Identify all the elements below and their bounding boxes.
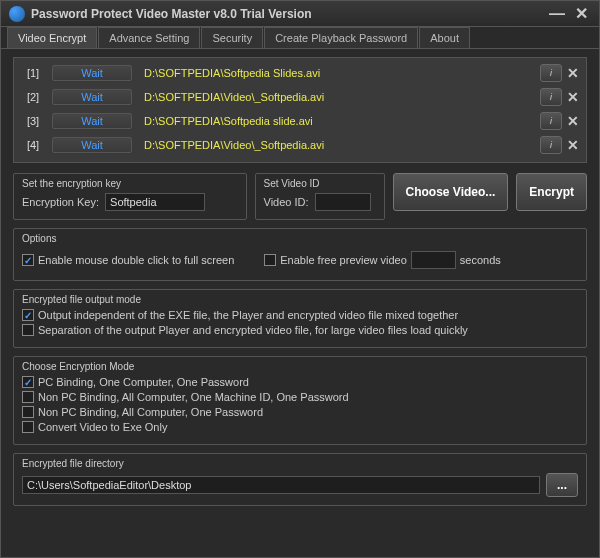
output-separate-label: Separation of the output Player and encr… [38,324,468,336]
tab-security[interactable]: Security [201,27,263,48]
file-status: Wait [52,65,132,81]
fullscreen-checkbox[interactable] [22,254,34,266]
file-status: Wait [52,113,132,129]
file-status: Wait [52,89,132,105]
file-row: [4] Wait D:\SOFTPEDIA\Video\_Softpedia.a… [18,134,582,156]
app-window: Password Protect Video Master v8.0 Trial… [0,0,600,558]
file-row: [1] Wait D:\SOFTPEDIA\Softpedia Slides.a… [18,62,582,84]
file-path: D:\SOFTPEDIA\Video\_Softpedia.avi [136,139,537,151]
output-dir-section: Encrypted file directory ... [13,453,587,506]
close-button[interactable]: ✕ [571,4,591,24]
file-status: Wait [52,137,132,153]
file-info-button[interactable]: i [540,64,562,82]
output-separate-checkbox[interactable] [22,324,34,336]
browse-dir-button[interactable]: ... [546,473,578,497]
file-remove-button[interactable]: ✕ [564,136,582,154]
mode-non-pc-password-checkbox[interactable] [22,406,34,418]
file-path: D:\SOFTPEDIA\Softpedia Slides.avi [136,67,537,79]
preview-seconds-input[interactable] [411,251,456,269]
preview-label: Enable free preview video [280,254,407,266]
titlebar: Password Protect Video Master v8.0 Trial… [1,1,599,27]
output-dir-section-label: Encrypted file directory [22,458,578,469]
mode-non-pc-machine-id-label: Non PC Binding, All Computer, One Machin… [38,391,349,403]
key-id-row: Set the encryption key Encryption Key: S… [13,173,587,220]
choose-video-button[interactable]: Choose Video... [393,173,509,211]
tab-advance-setting[interactable]: Advance Setting [98,27,200,48]
preview-unit-label: seconds [460,254,501,266]
encryption-mode-section: Choose Encryption Mode PC Binding, One C… [13,356,587,445]
file-info-button[interactable]: i [540,136,562,154]
file-remove-button[interactable]: ✕ [564,88,582,106]
encrypt-button[interactable]: Encrypt [516,173,587,211]
mode-convert-exe-label: Convert Video to Exe Only [38,421,167,433]
mode-non-pc-machine-id-checkbox[interactable] [22,391,34,403]
encryption-key-input[interactable] [105,193,205,211]
content-area: [1] Wait D:\SOFTPEDIA\Softpedia Slides.a… [1,49,599,514]
tab-bar: Video Encrypt Advance Setting Security C… [1,27,599,49]
mode-convert-exe-checkbox[interactable] [22,421,34,433]
tab-video-encrypt[interactable]: Video Encrypt [7,27,97,48]
mode-pc-binding-checkbox[interactable] [22,376,34,388]
file-path: D:\SOFTPEDIA\Softpedia slide.avi [136,115,537,127]
file-remove-button[interactable]: ✕ [564,64,582,82]
options-section-label: Options [22,233,578,244]
encryption-key-section-label: Set the encryption key [22,178,238,189]
video-id-section-label: Set Video ID [264,178,376,189]
file-index: [1] [18,67,48,79]
file-row: [2] Wait D:\SOFTPEDIA\Video\_Softpedia.a… [18,86,582,108]
options-section: Options Enable mouse double click to ful… [13,228,587,281]
file-index: [2] [18,91,48,103]
app-icon [9,6,25,22]
window-title: Password Protect Video Master v8.0 Trial… [31,7,312,21]
file-info-button[interactable]: i [540,112,562,130]
file-row: [3] Wait D:\SOFTPEDIA\Softpedia slide.av… [18,110,582,132]
output-mixed-label: Output independent of the EXE file, the … [38,309,458,321]
fullscreen-label: Enable mouse double click to full screen [38,254,234,266]
output-dir-input[interactable] [22,476,540,494]
minimize-button[interactable]: — [547,4,567,24]
file-index: [4] [18,139,48,151]
mode-pc-binding-label: PC Binding, One Computer, One Password [38,376,249,388]
file-index: [3] [18,115,48,127]
preview-checkbox[interactable] [264,254,276,266]
video-id-section: Set Video ID Video ID: [255,173,385,220]
encryption-key-label: Encryption Key: [22,196,99,208]
output-mixed-checkbox[interactable] [22,309,34,321]
video-id-label: Video ID: [264,196,309,208]
video-id-input[interactable] [315,193,371,211]
file-info-button[interactable]: i [540,88,562,106]
tab-create-playback-password[interactable]: Create Playback Password [264,27,418,48]
file-remove-button[interactable]: ✕ [564,112,582,130]
encryption-key-section: Set the encryption key Encryption Key: [13,173,247,220]
file-path: D:\SOFTPEDIA\Video\_Softpedia.avi [136,91,537,103]
mode-non-pc-password-label: Non PC Binding, All Computer, One Passwo… [38,406,263,418]
output-mode-section: Encrypted file output mode Output indepe… [13,289,587,348]
tab-about[interactable]: About [419,27,470,48]
output-mode-section-label: Encrypted file output mode [22,294,578,305]
encryption-mode-section-label: Choose Encryption Mode [22,361,578,372]
file-list: [1] Wait D:\SOFTPEDIA\Softpedia Slides.a… [13,57,587,163]
